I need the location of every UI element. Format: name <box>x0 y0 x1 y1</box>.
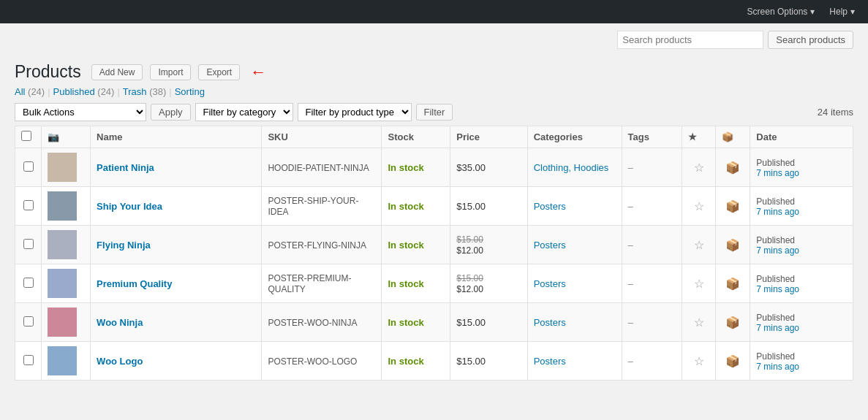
apply-button[interactable]: Apply <box>151 104 191 121</box>
table-row: Woo Logo POSTER-WOO-LOGO In stock $15.00… <box>15 342 853 381</box>
date-ago-link[interactable]: 7 mins ago <box>756 323 847 333</box>
col-header-featured[interactable]: ★ <box>682 126 716 148</box>
subnav-all[interactable]: All (24) <box>15 86 45 97</box>
red-arrow-indicator: ← <box>250 63 266 82</box>
date-ago-link[interactable]: 7 mins ago <box>756 284 847 294</box>
bulk-actions-select[interactable]: Bulk Actions <box>15 103 146 121</box>
row-stock-cell: In stock <box>382 264 450 303</box>
product-type-icon: 📦 <box>725 355 740 367</box>
product-name-link[interactable]: Flying Ninja <box>97 240 151 251</box>
row-type-cell: 📦 <box>716 342 750 381</box>
row-name-cell: Premium Quality <box>91 264 262 303</box>
price-regular: $15.00 <box>456 356 486 367</box>
col-header-price[interactable]: Price <box>450 126 527 148</box>
row-date-cell: Published 7 mins ago <box>750 342 853 381</box>
product-name-link[interactable]: Woo Logo <box>97 356 143 367</box>
help-chevron: ▾ <box>850 7 855 17</box>
row-checkbox-cell <box>15 303 42 342</box>
add-new-button[interactable]: Add New <box>91 64 143 80</box>
row-sku-cell: POSTER-PREMIUM-QUALITY <box>262 264 382 303</box>
tablenav-top: Bulk Actions Apply Filter by category Fi… <box>15 103 853 121</box>
product-name-link[interactable]: Patient Ninja <box>97 162 154 173</box>
row-checkbox[interactable] <box>23 278 34 288</box>
row-stock-cell: In stock <box>382 226 450 264</box>
product-name-link[interactable]: Ship Your Idea <box>97 201 162 212</box>
date-ago-link[interactable]: 7 mins ago <box>756 168 847 178</box>
row-thumb-cell <box>42 303 91 342</box>
featured-star-icon[interactable]: ☆ <box>694 239 704 251</box>
date-status: Published <box>756 235 795 245</box>
screen-options-chevron: ▾ <box>810 7 815 17</box>
col-header-categories[interactable]: Categories <box>527 126 622 148</box>
featured-star-icon[interactable]: ☆ <box>694 355 704 367</box>
products-table: 📷 Name SKU Stock Price Categories Tags ★… <box>15 126 853 381</box>
date-ago-link[interactable]: 7 mins ago <box>756 207 847 217</box>
search-button[interactable]: Search products <box>768 31 853 49</box>
date-ago-link[interactable]: 7 mins ago <box>756 245 847 256</box>
stock-status: In stock <box>388 317 423 328</box>
category-link[interactable]: Posters <box>534 317 566 328</box>
page-title: Products <box>15 62 81 82</box>
subnav-sorting[interactable]: Sorting <box>175 86 205 97</box>
product-name-link[interactable]: Premium Quality <box>97 278 172 289</box>
product-type-icon: 📦 <box>725 200 740 213</box>
row-tags-cell: – <box>622 342 682 381</box>
row-categories-cell: Posters <box>527 226 622 264</box>
col-header-date[interactable]: Date <box>750 126 853 148</box>
help-button[interactable]: Help ▾ <box>823 4 861 20</box>
row-checkbox[interactable] <box>23 161 34 172</box>
subnav-trash[interactable]: Trash (38) <box>123 86 166 97</box>
category-link[interactable]: Posters <box>534 278 566 289</box>
date-status: Published <box>756 313 795 323</box>
row-checkbox-cell <box>15 187 42 226</box>
row-checkbox[interactable] <box>23 239 34 249</box>
row-stock-cell: In stock <box>382 342 450 381</box>
row-type-cell: 📦 <box>716 148 750 187</box>
row-featured-cell: ☆ <box>682 226 716 264</box>
page-header: Products Add New Import Export ← <box>15 58 853 82</box>
select-all-checkbox[interactable] <box>21 131 31 141</box>
col-header-tags[interactable]: Tags <box>622 126 682 148</box>
featured-star-icon[interactable]: ☆ <box>694 316 704 329</box>
featured-star-icon[interactable]: ☆ <box>694 200 704 213</box>
col-header-name[interactable]: Name <box>91 126 262 148</box>
row-checkbox[interactable] <box>23 316 34 327</box>
product-name-link[interactable]: Woo Ninja <box>97 317 143 328</box>
search-input[interactable] <box>617 31 763 49</box>
screen-options-button[interactable]: Screen Options ▾ <box>741 4 821 20</box>
category-link[interactable]: Posters <box>534 356 566 367</box>
date-ago-link[interactable]: 7 mins ago <box>756 362 847 372</box>
col-header-thumb: 📷 <box>42 126 91 148</box>
row-checkbox[interactable] <box>23 200 34 210</box>
featured-star-icon[interactable]: ☆ <box>694 161 704 174</box>
product-type-icon: 📦 <box>725 278 740 290</box>
product-sku: POSTER-WOO-LOGO <box>268 356 357 367</box>
filter-button[interactable]: Filter <box>416 104 453 121</box>
export-button[interactable]: Export <box>198 64 240 80</box>
page-wrap: Search products Products Add New Import … <box>0 23 868 420</box>
row-thumb-cell <box>42 148 91 187</box>
product-sku: POSTER-FLYING-NINJA <box>268 240 366 251</box>
row-thumb-cell <box>42 226 91 264</box>
import-button[interactable]: Import <box>150 64 191 80</box>
category-link[interactable]: Clothing, Hoodies <box>534 162 609 173</box>
filter-category-select[interactable]: Filter by category <box>195 103 293 121</box>
product-search-area: Search products <box>617 31 853 49</box>
product-thumbnail <box>48 308 77 337</box>
col-header-sku[interactable]: SKU <box>262 126 382 148</box>
stock-status: In stock <box>388 356 423 367</box>
row-checkbox[interactable] <box>23 355 34 365</box>
product-sku: POSTER-PREMIUM-QUALITY <box>268 273 351 294</box>
row-date-cell: Published 7 mins ago <box>750 187 853 226</box>
row-stock-cell: In stock <box>382 303 450 342</box>
filter-type-select[interactable]: Filter by product type <box>298 103 412 121</box>
row-featured-cell: ☆ <box>682 264 716 303</box>
category-link[interactable]: Posters <box>534 240 566 251</box>
subnav-published[interactable]: Published (24) <box>53 86 115 97</box>
col-header-stock[interactable]: Stock <box>382 126 450 148</box>
row-checkbox-cell <box>15 264 42 303</box>
category-link[interactable]: Posters <box>534 201 566 212</box>
row-price-cell: $15.00 $12.00 <box>450 264 527 303</box>
row-featured-cell: ☆ <box>682 148 716 187</box>
featured-star-icon[interactable]: ☆ <box>694 278 704 290</box>
